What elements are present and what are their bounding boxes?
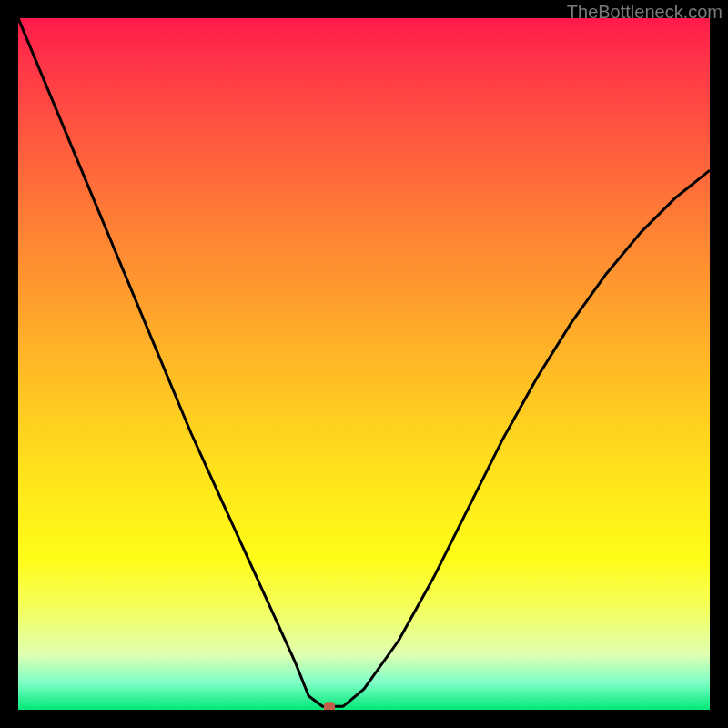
bottleneck-curve — [18, 18, 710, 710]
chart-container: TheBottleneck.com — [0, 0, 728, 728]
watermark-text: TheBottleneck.com — [567, 2, 723, 23]
plot-area — [18, 18, 710, 710]
svg-rect-0 — [324, 702, 335, 710]
